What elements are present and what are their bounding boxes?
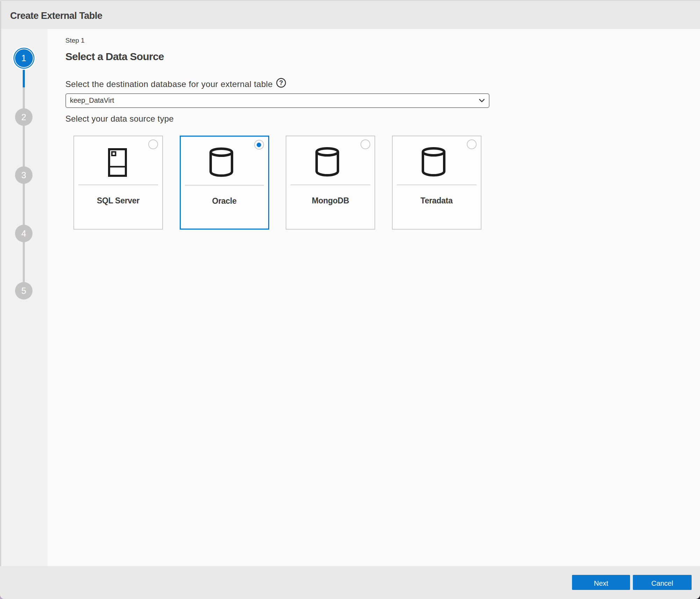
window-left-edge bbox=[0, 1, 1, 566]
card-label: Oracle bbox=[181, 197, 268, 205]
card-divider bbox=[397, 185, 477, 185]
stepper-step-1-number: 1 bbox=[21, 53, 26, 63]
next-button[interactable]: Next bbox=[572, 575, 630, 590]
stepper-step-2[interactable]: 2 bbox=[15, 108, 33, 126]
help-icon-glyph: ? bbox=[279, 79, 283, 86]
card-label: Teradata bbox=[393, 197, 481, 205]
dialog-title-bar: Create External Table bbox=[1, 1, 700, 29]
create-external-table-wizard: Create External Table 1 2 3 4 5 Step 1 S… bbox=[0, 0, 700, 599]
stepper-step-1[interactable]: 1 bbox=[15, 49, 33, 67]
card-label: MongoDB bbox=[286, 197, 374, 205]
stepper-step-4-number: 4 bbox=[21, 229, 26, 239]
stepper-step-3-number: 3 bbox=[21, 170, 26, 180]
data-source-card-sql-server[interactable]: SQL Server bbox=[73, 136, 163, 230]
step-indicator-label: Step 1 bbox=[65, 37, 85, 44]
help-icon[interactable]: ? bbox=[276, 78, 286, 88]
sql-server-icon bbox=[73, 148, 162, 177]
database-icon bbox=[390, 147, 478, 176]
stepper-step-5[interactable]: 5 bbox=[15, 282, 33, 300]
stepper-step-4[interactable]: 4 bbox=[15, 225, 33, 242]
card-label: SQL Server bbox=[74, 197, 162, 205]
card-divider bbox=[78, 185, 158, 185]
radio-sql-server[interactable] bbox=[148, 139, 158, 149]
data-source-card-teradata[interactable]: Teradata bbox=[392, 136, 481, 230]
stepper-connector-progress bbox=[23, 68, 25, 87]
card-divider bbox=[291, 185, 370, 185]
dialog-title: Create External Table bbox=[10, 2, 102, 30]
dialog-footer-bar: Next Cancel bbox=[0, 566, 700, 599]
data-source-type-label: Select your data source type bbox=[65, 115, 174, 123]
stepper-step-5-number: 5 bbox=[21, 286, 26, 296]
chevron-down-icon bbox=[479, 99, 485, 102]
cancel-button[interactable]: Cancel bbox=[633, 575, 692, 590]
destination-database-dropdown[interactable]: keep_DataVirt bbox=[65, 93, 490, 108]
destination-database-label: Select the destination database for your… bbox=[65, 80, 273, 88]
dropdown-selected-value: keep_DataVirt bbox=[70, 96, 114, 104]
data-source-card-oracle[interactable]: Oracle bbox=[180, 136, 269, 230]
page-title: Select a Data Source bbox=[65, 51, 164, 62]
data-source-card-mongodb[interactable]: MongoDB bbox=[286, 136, 375, 230]
stepper-step-3[interactable]: 3 bbox=[15, 166, 33, 184]
wizard-page-content: Step 1 Select a Data Source Select the d… bbox=[48, 29, 700, 566]
destination-database-label-text: Select the destination database for your… bbox=[65, 79, 273, 89]
database-icon bbox=[283, 147, 371, 176]
database-icon bbox=[178, 147, 265, 177]
stepper-step-2-number: 2 bbox=[21, 112, 26, 122]
window-corner-bottom-right bbox=[694, 593, 700, 599]
card-divider bbox=[185, 185, 264, 186]
window-corner-bottom-left bbox=[0, 593, 6, 599]
